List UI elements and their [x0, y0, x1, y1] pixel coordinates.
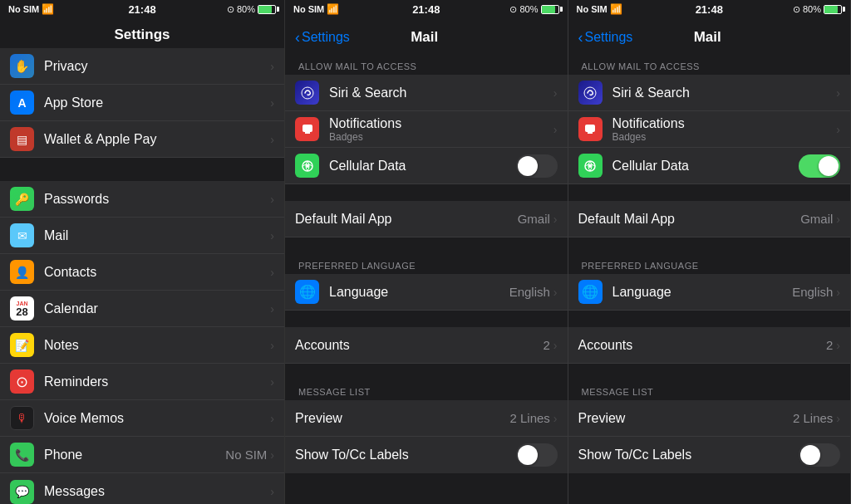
preview-value: 2 Lines	[793, 411, 833, 425]
back-chevron-icon: ‹	[578, 29, 583, 46]
settings-item-privacy[interactable]: ✋ Privacy ›	[0, 48, 284, 85]
mail-title: Mail	[411, 29, 438, 46]
chevron-icon: ›	[836, 213, 840, 226]
show-tocc-left[interactable]: Show To/Cc Labels	[285, 437, 568, 473]
language-label: Language	[329, 285, 509, 300]
chevron-icon: ›	[553, 412, 558, 425]
message-list-header-right: MESSAGE LIST	[568, 380, 851, 400]
phone-label: Phone	[44, 448, 225, 462]
toggle-knob	[800, 445, 820, 465]
chevron-icon: ›	[270, 96, 274, 110]
preview-item-left[interactable]: Preview 2 Lines ›	[285, 400, 568, 437]
settings-item-wallet[interactable]: ▤ Wallet & Apple Pay ›	[0, 121, 284, 158]
settings-item-notes[interactable]: 📝 Notes ›	[0, 327, 284, 364]
cellular-toggle[interactable]	[516, 154, 558, 178]
no-sim-label: No SIM	[293, 4, 324, 14]
settings-list: ✋ Privacy › A App Store › ▤ Wallet & App…	[0, 48, 284, 504]
back-button[interactable]: ‹ Settings	[578, 29, 633, 46]
mail-notifications-left[interactable]: Notifications Badges ›	[285, 111, 568, 148]
calendar-icon: JAN 28	[10, 296, 34, 321]
mail-icon: ✉	[10, 223, 34, 247]
notifications-sublabel: Badges	[329, 131, 553, 143]
show-tocc-right[interactable]: Show To/Cc Labels	[568, 437, 851, 473]
appstore-label: App Store	[44, 95, 270, 110]
status-bar-mail-left: No SIM 📶 21:48 ⊙ 80%	[285, 0, 568, 18]
settings-item-contacts[interactable]: 👤 Contacts ›	[0, 254, 284, 291]
passwords-icon: 🔑	[10, 187, 34, 211]
chevron-icon: ›	[836, 339, 840, 352]
mail-panel-right: No SIM 📶 21:48 ⊙ 80% ‹ Settings Mail ALL…	[568, 0, 852, 504]
mail-siri-search-left[interactable]: Siri & Search ›	[285, 75, 568, 111]
preferred-lang-header-left: PREFERRED LANGUAGE	[285, 254, 568, 274]
phone-icon: 📞	[10, 443, 34, 467]
reminders-label: Reminders	[44, 374, 270, 389]
mail-nav-header-left: ‹ Settings Mail	[285, 18, 568, 55]
language-icon: 🌐	[578, 280, 603, 304]
chevron-icon: ›	[836, 123, 840, 136]
settings-item-calendar[interactable]: JAN 28 Calendar ›	[0, 291, 284, 327]
accounts-value: 2	[826, 338, 833, 352]
language-value: English	[509, 285, 550, 299]
settings-item-reminders[interactable]: ⊙ Reminders ›	[0, 364, 284, 400]
chevron-icon: ›	[553, 286, 558, 299]
cellular-label: Cellular Data	[329, 159, 516, 174]
settings-item-phone[interactable]: 📞 Phone No SIM ›	[0, 437, 284, 473]
contacts-icon: 👤	[10, 260, 34, 284]
preferred-lang-header-right: PREFERRED LANGUAGE	[568, 254, 851, 274]
chevron-icon: ›	[553, 339, 558, 352]
time-display: 21:48	[128, 3, 155, 16]
chevron-icon: ›	[270, 302, 274, 316]
accounts-item-right[interactable]: Accounts 2 ›	[568, 327, 851, 364]
language-icon: 🌐	[295, 280, 319, 304]
mail-title: Mail	[694, 29, 721, 46]
battery-fill	[542, 6, 555, 13]
wallet-label: Wallet & Apple Pay	[44, 132, 270, 147]
show-tocc-toggle[interactable]	[799, 443, 840, 467]
voice-memos-icon: 🎙	[10, 406, 34, 430]
default-mail-app-left[interactable]: Default Mail App Gmail ›	[285, 201, 568, 237]
show-tocc-label: Show To/Cc Labels	[578, 448, 799, 462]
toggle-knob	[518, 445, 538, 465]
language-item-right[interactable]: 🌐 Language English ›	[568, 274, 851, 311]
accounts-label: Accounts	[578, 338, 826, 353]
language-value: English	[792, 285, 833, 299]
notifications-icon	[578, 117, 603, 141]
svg-point-5	[584, 87, 596, 99]
svg-rect-1	[303, 125, 312, 132]
status-bar-settings: No SIM 📶 21:48 ⊙ 80%	[0, 0, 284, 18]
settings-item-passwords[interactable]: 🔑 Passwords ›	[0, 181, 284, 218]
settings-item-appstore[interactable]: A App Store ›	[0, 85, 284, 121]
settings-item-mail[interactable]: ✉ Mail ›	[0, 218, 284, 254]
accounts-label: Accounts	[295, 338, 543, 353]
default-mail-label: Default Mail App	[578, 212, 801, 227]
calendar-label: Calendar	[44, 301, 270, 316]
default-mail-app-right[interactable]: Default Mail App Gmail ›	[568, 201, 851, 237]
cellular-toggle[interactable]	[799, 154, 840, 178]
status-bar-mail-right: No SIM 📶 21:48 ⊙ 80%	[568, 0, 851, 18]
show-tocc-toggle[interactable]	[516, 443, 558, 467]
mail-notifications-right[interactable]: Notifications Badges ›	[568, 111, 851, 148]
chevron-icon: ›	[270, 448, 274, 462]
accounts-item-left[interactable]: Accounts 2 ›	[285, 327, 568, 364]
back-label: Settings	[302, 30, 350, 45]
passwords-label: Passwords	[44, 192, 270, 207]
language-item-left[interactable]: 🌐 Language English ›	[285, 274, 568, 311]
preview-item-right[interactable]: Preview 2 Lines ›	[568, 400, 851, 437]
accounts-value: 2	[543, 338, 549, 352]
mail-siri-search-right[interactable]: Siri & Search ›	[568, 75, 851, 111]
settings-item-voice-memos[interactable]: 🎙 Voice Memos ›	[0, 400, 284, 437]
chevron-icon: ›	[270, 133, 274, 146]
language-label: Language	[612, 285, 793, 300]
mail-cellular-left[interactable]: Cellular Data	[285, 148, 568, 184]
back-button[interactable]: ‹ Settings	[295, 29, 350, 46]
default-mail-value: Gmail	[518, 212, 550, 226]
battery-icon	[541, 5, 559, 14]
contacts-label: Contacts	[44, 265, 270, 280]
battery-icon	[258, 5, 276, 14]
settings-item-messages[interactable]: 💬 Messages ›	[0, 473, 284, 504]
notifications-label: Notifications	[329, 116, 553, 131]
mail-cellular-right[interactable]: Cellular Data	[568, 148, 851, 184]
preview-value: 2 Lines	[509, 411, 549, 425]
wifi-icon: 📶	[610, 3, 622, 15]
chevron-icon: ›	[270, 375, 274, 389]
